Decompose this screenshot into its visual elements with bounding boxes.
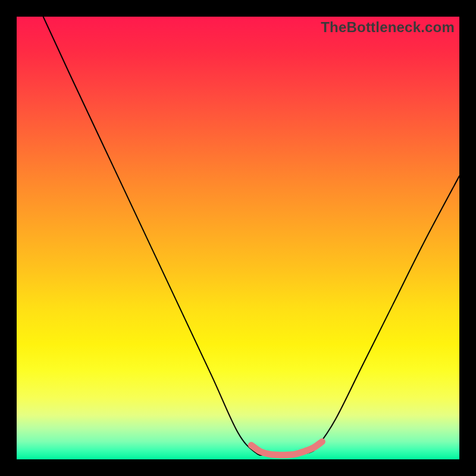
chart-frame: TheBottleneck.com: [0, 0, 476, 476]
plot-area: TheBottleneck.com: [17, 17, 459, 459]
heat-gradient-background: [17, 17, 459, 459]
